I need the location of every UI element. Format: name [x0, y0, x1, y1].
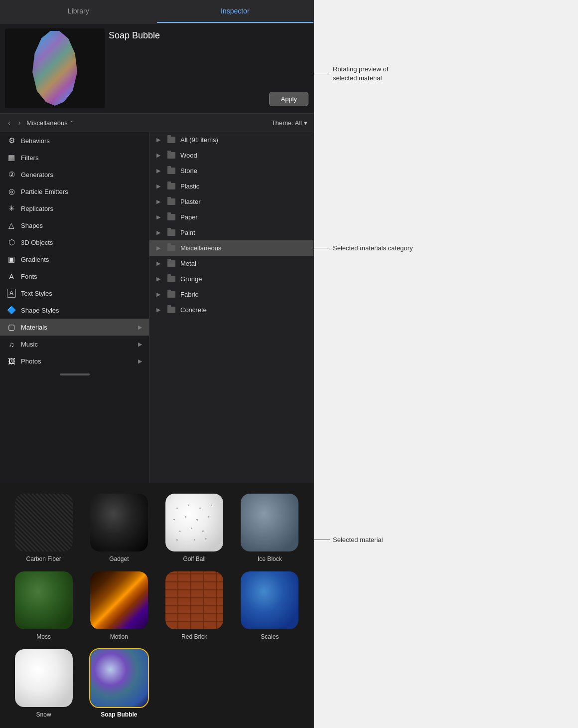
sidebar-item-shape-styles[interactable]: 🔷 Shape Styles: [0, 302, 149, 319]
music-arrow-icon: ▶: [138, 341, 142, 348]
category-item-metal[interactable]: ▶ Metal: [149, 256, 313, 271]
folder-icon: [167, 307, 175, 313]
shape-styles-icon: 🔷: [7, 306, 16, 315]
folder-icon: [167, 214, 175, 220]
material-thumbnail-red-brick: [164, 570, 224, 630]
fonts-icon: A: [7, 272, 16, 281]
sidebar-item-music[interactable]: ♫ Music ▶: [0, 336, 149, 353]
folder-icon: [167, 198, 175, 205]
category-label: Wood: [180, 152, 197, 159]
materials-arrow-icon: ▶: [138, 324, 142, 331]
sidebar-item-fonts[interactable]: A Fonts: [0, 268, 149, 285]
gradients-icon: ▣: [7, 255, 16, 264]
breadcrumb-text: Miscellaneous: [26, 119, 67, 127]
sidebar-item-behaviors[interactable]: ⚙ Behaviors: [0, 132, 149, 149]
sidebar-item-photos[interactable]: 🖼 Photos ▶: [0, 353, 149, 369]
material-item-soap-bubble[interactable]: Soap Bubble: [83, 646, 154, 720]
category-item-paint[interactable]: ▶ Paint: [149, 225, 313, 240]
preview-area: Soap Bubble Apply: [0, 23, 313, 114]
annotation-text-selected-category: Selected materials category: [330, 244, 413, 252]
annotation-line-1: [314, 74, 330, 74]
soap-bubble-shape: [32, 31, 77, 106]
sidebar-item-shapes[interactable]: △ Shapes: [0, 217, 149, 234]
material-thumbnail-moss: [14, 570, 74, 630]
sidebar-item-3d-objects[interactable]: ⬡ 3D Objects: [0, 234, 149, 251]
material-item-motion[interactable]: Motion: [83, 568, 154, 642]
3d-objects-icon: ⬡: [7, 238, 16, 247]
material-label-soap-bubble: Soap Bubble: [101, 711, 137, 718]
breadcrumb: Miscellaneous ⌃: [26, 119, 73, 127]
folder-icon: [167, 291, 175, 298]
category-item-grunge[interactable]: ▶ Grunge: [149, 271, 313, 287]
category-label: Metal: [180, 260, 196, 267]
annotation-selected-category: Selected materials category: [314, 244, 413, 252]
sidebar-item-text-styles[interactable]: A Text Styles: [0, 285, 149, 302]
annotation-text-rotating-preview: Rotating preview ofselected material: [330, 65, 388, 83]
sidebar-item-label: Particle Emitters: [21, 188, 68, 195]
sidebar-list: ⚙ Behaviors ▦ Filters ② Generators ◎ Par…: [0, 132, 149, 483]
replicators-icon: ✳: [7, 204, 16, 213]
cat-arrow-icon: ▶: [156, 229, 160, 236]
category-label: Stone: [180, 167, 197, 175]
sidebar-item-label: Filters: [21, 154, 38, 162]
category-item-all[interactable]: ▶ All (91 items): [149, 132, 313, 148]
tab-bar: Library Inspector: [0, 0, 313, 23]
preview-title: Soap Bubble: [109, 30, 308, 41]
cat-arrow-icon: ▶: [156, 137, 160, 143]
cat-arrow-icon: ▶: [156, 260, 160, 267]
material-thumbnail-ice-block: [240, 493, 299, 552]
folder-icon: [167, 229, 175, 236]
category-item-stone[interactable]: ▶ Stone: [149, 163, 313, 179]
category-item-paper[interactable]: ▶ Paper: [149, 209, 313, 225]
material-item-golf-ball[interactable]: Golf Ball: [159, 491, 230, 564]
category-list: ▶ All (91 items) ▶ Wood ▶ Stone ▶: [149, 132, 313, 483]
category-item-wood[interactable]: ▶ Wood: [149, 148, 313, 163]
category-item-miscellaneous[interactable]: ▶ Miscellaneous: [149, 240, 313, 256]
category-item-plaster[interactable]: ▶ Plaster: [149, 194, 313, 209]
material-thumbnail-gadget: [89, 493, 149, 552]
category-item-fabric[interactable]: ▶ Fabric: [149, 287, 313, 302]
sidebar-item-materials[interactable]: ▢ Materials ▶: [0, 319, 149, 336]
sidebar-item-generators[interactable]: ② Generators: [0, 166, 149, 183]
material-item-carbon-fiber[interactable]: Carbon Fiber: [8, 491, 79, 564]
cat-arrow-icon: ▶: [156, 245, 160, 251]
tab-inspector[interactable]: Inspector: [157, 0, 314, 23]
material-item-scales[interactable]: Scales: [234, 568, 305, 642]
sidebar-item-label: Gradients: [21, 256, 49, 263]
material-item-snow[interactable]: Snow: [8, 646, 79, 720]
sidebar-item-filters[interactable]: ▦ Filters: [0, 149, 149, 166]
folder-icon: [167, 168, 175, 174]
material-item-red-brick[interactable]: Red Brick: [159, 568, 230, 642]
mat-snow-texture: [15, 649, 73, 707]
category-label: Miscellaneous: [180, 244, 221, 252]
apply-button[interactable]: Apply: [269, 92, 308, 106]
sidebar-item-replicators[interactable]: ✳ Replicators: [0, 200, 149, 217]
material-label-gadget: Gadget: [109, 555, 129, 562]
category-item-plastic[interactable]: ▶ Plastic: [149, 179, 313, 194]
sidebar-item-particle-emitters[interactable]: ◎ Particle Emitters: [0, 183, 149, 200]
materials-section: Carbon Fiber Gadget Golf Ball: [0, 483, 313, 728]
category-item-concrete[interactable]: ▶ Concrete: [149, 302, 313, 318]
sidebar-item-label: Shape Styles: [21, 307, 59, 314]
sidebar-item-label: Music: [21, 341, 38, 348]
photos-arrow-icon: ▶: [138, 358, 142, 364]
breadcrumb-chevron-icon[interactable]: ⌃: [70, 120, 74, 126]
cat-arrow-icon: ▶: [156, 276, 160, 282]
sidebar-item-label: Shapes: [21, 222, 43, 229]
annotation-selected-material: Selected material: [314, 536, 383, 544]
theme-selector[interactable]: Theme: All ▾: [272, 119, 307, 127]
material-thumbnail-motion: [89, 570, 149, 630]
material-item-gadget[interactable]: Gadget: [83, 491, 154, 564]
sidebar-item-gradients[interactable]: ▣ Gradients: [0, 251, 149, 268]
material-label-motion: Motion: [110, 633, 128, 640]
mat-soapbubble-texture: [90, 649, 148, 707]
cat-arrow-icon: ▶: [156, 198, 160, 205]
sidebar-item-label: Replicators: [21, 205, 53, 212]
material-item-moss[interactable]: Moss: [8, 568, 79, 642]
nav-back-arrow[interactable]: ‹: [6, 118, 12, 128]
nav-forward-arrow[interactable]: ›: [16, 118, 23, 128]
mat-motion-texture: [90, 571, 148, 629]
material-item-ice-block[interactable]: Ice Block: [234, 491, 305, 564]
tab-library[interactable]: Library: [0, 0, 157, 23]
mat-moss-texture: [15, 571, 73, 629]
